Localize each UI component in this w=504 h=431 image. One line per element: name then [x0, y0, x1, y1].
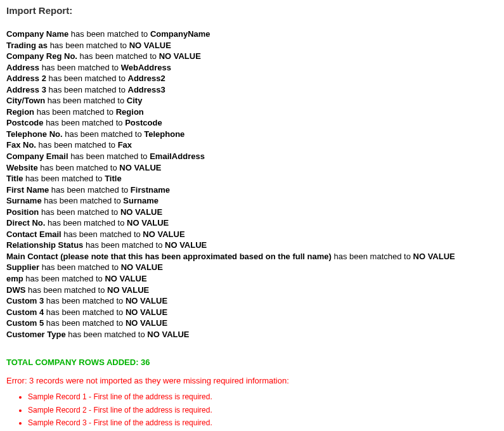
mapping-line: Main Contact (please note that this has …	[6, 251, 498, 262]
mapping-line: Title has been matched to Title	[6, 173, 498, 184]
mapping-target: NO VALUE	[126, 296, 167, 306]
mapping-phrase: has been matched to	[66, 330, 148, 339]
mapping-line: Website has been matched to NO VALUE	[6, 162, 498, 174]
mapping-line: First Name has been matched to Firstname	[6, 184, 498, 196]
mapping-target: NO VALUE	[147, 330, 189, 339]
mapping-source: Postcode	[6, 118, 44, 127]
mapping-phrase: has been matched to	[63, 129, 145, 139]
mapping-source: Surname	[6, 196, 42, 205]
mapping-source: Contact Email	[6, 229, 61, 239]
mapping-phrase: has been matched to	[25, 285, 107, 295]
mapping-phrase: has been matched to	[46, 85, 128, 94]
mapping-phrase: has been matched to	[23, 174, 105, 183]
mapping-line: Fax No. has been matched to Fax	[6, 139, 498, 151]
mapping-line: Custom 4 has been matched to NO VALUE	[6, 307, 498, 318]
mapping-phrase: has been matched to	[61, 229, 143, 239]
mapping-line: Surname has been matched to Surname	[6, 195, 498, 207]
mapping-phrase: has been matched to	[36, 140, 118, 150]
mapping-target: NO VALUE	[413, 252, 455, 261]
mapping-target: EmailAddress	[150, 151, 205, 161]
mapping-line: Custom 5 has been matched to NO VALUE	[6, 318, 498, 329]
error-list: Sample Record 1 - First line of the addr…	[6, 390, 498, 429]
mapping-target: Fax	[118, 140, 132, 150]
mapping-target: NO VALUE	[107, 285, 149, 295]
error-item: Sample Record 2 - First line of the addr…	[28, 404, 498, 416]
mapping-phrase: has been matched to	[44, 118, 126, 127]
mapping-source: Custom 5	[6, 318, 44, 328]
total-rows-added: TOTAL COMPANY ROWS ADDED: 36	[6, 357, 498, 367]
mapping-source: Company Reg No.	[6, 51, 77, 61]
mapping-source: Company Email	[6, 151, 68, 161]
mapping-line: Company Email has been matched to EmailA…	[6, 151, 498, 162]
mapping-phrase: has been matched to	[42, 196, 124, 205]
mapping-phrase: has been matched to	[44, 296, 126, 306]
mapping-source: Telephone No.	[6, 129, 63, 139]
mapping-line: Company Reg No. has been matched to NO V…	[6, 51, 498, 62]
mapping-line: Supplier has been matched to NO VALUE	[6, 262, 498, 273]
mapping-target: CompanyName	[150, 29, 210, 39]
mapping-phrase: has been matched to	[38, 163, 120, 172]
mapping-line: Company Name has been matched to Company…	[6, 29, 498, 40]
mapping-target: NO VALUE	[120, 207, 162, 217]
mapping-target: NO VALUE	[159, 51, 201, 61]
error-item: Sample Record 1 - First line of the addr…	[28, 390, 498, 403]
mapping-phrase: has been matched to	[34, 107, 116, 117]
mapping-source: Address 2	[6, 74, 46, 83]
mapping-source: Region	[6, 107, 34, 117]
mapping-line: Custom 3 has been matched to NO VALUE	[6, 295, 498, 307]
mapping-line: Trading as has been matched to NO VALUE	[6, 40, 498, 51]
mapping-source: Website	[6, 163, 38, 172]
mapping-target: NO VALUE	[121, 262, 163, 272]
mapping-line: Region has been matched to Region	[6, 106, 498, 118]
mapping-phrase: has been matched to	[39, 262, 121, 272]
mapping-source: Address	[6, 63, 39, 72]
mapping-target: Address3	[128, 85, 165, 94]
mapping-phrase: has been matched to	[46, 74, 128, 83]
mapping-phrase: has been matched to	[83, 240, 165, 250]
mapping-line: Telephone No. has been matched to Teleph…	[6, 129, 498, 140]
mapping-target: City	[127, 96, 143, 105]
mapping-target: Title	[105, 174, 122, 183]
mapping-phrase: has been matched to	[39, 207, 120, 217]
mapping-source: Title	[6, 174, 23, 183]
mapping-target: NO VALUE	[143, 229, 184, 239]
mapping-phrase: has been matched to	[23, 274, 105, 283]
mapping-source: Customer Type	[6, 330, 66, 339]
error-heading: Error: 3 records were not imported as th…	[6, 376, 498, 385]
mapping-target: NO VALUE	[126, 318, 167, 328]
mapping-line: Relationship Status has been matched to …	[6, 240, 498, 251]
mapping-source: Supplier	[6, 262, 39, 272]
mapping-phrase: has been matched to	[68, 151, 150, 161]
mapping-source: Main Contact (please note that this has …	[6, 252, 332, 261]
mapping-phrase: has been matched to	[44, 307, 126, 317]
mapping-line: Postcode has been matched to Postcode	[6, 117, 498, 129]
mapping-target: NO VALUE	[165, 240, 207, 250]
mapping-line: Customer Type has been matched to NO VAL…	[6, 329, 498, 340]
mapping-source: City/Town	[6, 96, 45, 105]
mapping-source: Trading as	[6, 41, 48, 50]
mapping-line: Address 3 has been matched to Address3	[6, 84, 498, 96]
mapping-source: DWS	[6, 285, 25, 295]
mapping-line: emp has been matched to NO VALUE	[6, 273, 498, 285]
mapping-source: Address 3	[6, 85, 46, 94]
mapping-source: Company Name	[6, 29, 68, 39]
mapping-phrase: has been matched to	[45, 218, 127, 228]
error-item: Sample Record 3 - First line of the addr…	[28, 416, 498, 429]
mapping-target: NO VALUE	[119, 163, 161, 172]
mapping-source: Relationship Status	[6, 240, 83, 250]
mapping-source: Custom 3	[6, 296, 44, 306]
mapping-line: City/Town has been matched to City	[6, 95, 498, 106]
mapping-source: First Name	[6, 185, 49, 195]
mapping-phrase: has been matched to	[332, 252, 413, 261]
mapping-line: Address 2 has been matched to Address2	[6, 73, 498, 84]
mapping-line: DWS has been matched to NO VALUE	[6, 285, 498, 296]
mapping-line: Direct No. has been matched to NO VALUE	[6, 217, 498, 229]
mapping-target: NO VALUE	[126, 307, 167, 317]
report-title: Import Report:	[6, 5, 498, 16]
mapping-target: NO VALUE	[127, 218, 169, 228]
mapping-phrase: has been matched to	[48, 41, 129, 50]
mapping-line: Address has been matched to WebAddress	[6, 62, 498, 74]
mapping-target: Surname	[123, 196, 158, 205]
mapping-phrase: has been matched to	[77, 51, 159, 61]
mapping-source: Fax No.	[6, 140, 36, 150]
